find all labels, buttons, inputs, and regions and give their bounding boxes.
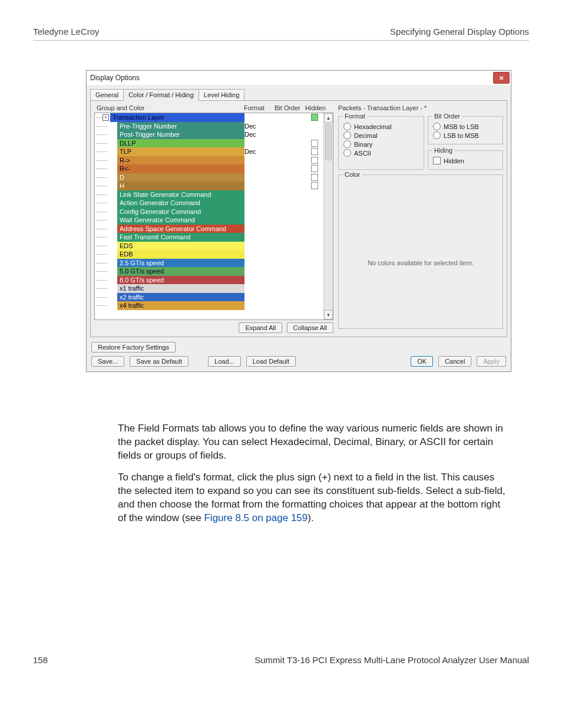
tree-row[interactable]: Post-Trigger NumberDec — [95, 130, 323, 139]
radio-hexadecimal[interactable]: Hexadecimal — [343, 123, 419, 130]
hiding-group-label: Hiding — [432, 147, 454, 154]
page-number: 158 — [33, 655, 48, 665]
collapse-all-button[interactable]: Collapse All — [287, 322, 333, 333]
color-group: Color No colors available for selected i… — [338, 174, 503, 329]
right-heading: Packets - Transaction Layer - * — [338, 104, 503, 111]
tree-row[interactable]: R-> — [95, 156, 323, 165]
row-hidden[interactable] — [306, 140, 323, 147]
row-label: x4 traffic — [117, 301, 244, 310]
dialog-title: Display Options — [90, 74, 140, 82]
tree-row[interactable]: Link State Generator Command — [95, 190, 323, 199]
row-label: Post-Trigger Number — [117, 130, 244, 139]
row-label: EDS — [117, 242, 244, 251]
tab-level-hiding[interactable]: Level Hiding — [199, 89, 245, 101]
color-group-label: Color — [343, 171, 362, 178]
row-label: Wait Generator Command — [117, 216, 244, 225]
apply-button[interactable]: Apply — [477, 356, 506, 367]
tree-row[interactable]: DLLP — [95, 139, 323, 148]
tree-row[interactable]: Pre-Trigger NumberDec — [95, 122, 323, 131]
figure-link[interactable]: Figure 8.5 on page 159 — [204, 512, 308, 523]
row-hidden[interactable] — [306, 157, 323, 164]
tree-row[interactable]: Action Generator Command — [95, 199, 323, 207]
row-label: Action Generator Command — [117, 199, 244, 207]
row-label: Config Generator Command — [117, 207, 244, 216]
column-group: Group and Color — [97, 104, 244, 111]
row-format: Dec — [244, 147, 275, 156]
scrollbar[interactable]: ▲ ▼ — [323, 113, 333, 319]
row-hidden[interactable] — [306, 148, 323, 155]
display-options-dialog: Display Options ✕ General Color / Format… — [86, 70, 511, 372]
row-label: Transaction Layer — [110, 113, 244, 122]
load-default-button[interactable]: Load Default — [246, 356, 296, 367]
tree-row[interactable]: x1 traffic — [95, 284, 323, 293]
column-format: Format — [244, 104, 275, 111]
ok-button[interactable]: OK — [411, 356, 433, 367]
header-right: Specifying General Display Options — [390, 27, 529, 37]
row-label: H — [117, 182, 244, 190]
scroll-down-icon[interactable]: ▼ — [324, 310, 333, 319]
tab-color-format-hiding[interactable]: Color / Format / Hiding — [123, 89, 199, 101]
save-button[interactable]: Save... — [91, 356, 124, 367]
row-format: Dec — [244, 130, 275, 139]
scroll-up-icon[interactable]: ▲ — [324, 113, 333, 123]
row-label: EDB — [117, 250, 244, 259]
cancel-button[interactable]: Cancel — [438, 356, 471, 367]
row-label: Address Space Generator Command — [117, 225, 244, 233]
column-hidden: Hidden — [305, 104, 331, 111]
bitorder-group-label: Bit Order — [432, 113, 462, 120]
load-button[interactable]: Load... — [208, 356, 241, 367]
body-paragraph-2: To change a field's format, click the pl… — [118, 471, 509, 525]
format-group-label: Format — [343, 113, 367, 120]
row-label: D — [117, 173, 244, 182]
tree-row[interactable]: Fast Transmit Command — [95, 233, 323, 242]
row-hidden[interactable] — [306, 174, 323, 181]
tree-row[interactable]: H — [95, 182, 323, 190]
radio-msb[interactable]: MSB to LSB — [433, 123, 498, 130]
tree-row[interactable]: Wait Generator Command — [95, 216, 323, 225]
row-label: x1 traffic — [117, 284, 244, 293]
tree-row[interactable]: 8.0 GT/s speed — [95, 276, 323, 285]
tab-general[interactable]: General — [90, 89, 124, 101]
footer-title: Summit T3-16 PCI Express Multi-Lane Prot… — [254, 655, 529, 665]
radio-lsb[interactable]: LSB to MSB — [433, 131, 498, 139]
tree-row[interactable]: Config Generator Command — [95, 207, 323, 216]
restore-factory-button[interactable]: Restore Factory Settings — [91, 342, 176, 353]
tree-row[interactable]: R<- — [95, 164, 323, 173]
scroll-thumb[interactable] — [325, 124, 332, 160]
row-label: TLP — [117, 147, 244, 156]
tree-row[interactable]: Address Space Generator Command — [95, 225, 323, 233]
row-label: 5.0 GT/s speed — [117, 267, 244, 276]
tree-row[interactable]: D — [95, 173, 323, 182]
row-label: 2.5 GT/s speed — [117, 259, 244, 268]
expand-all-button[interactable]: Expand All — [239, 322, 282, 333]
close-icon[interactable]: ✕ — [493, 72, 510, 84]
row-hidden[interactable] — [306, 114, 323, 121]
row-hidden[interactable] — [306, 165, 323, 172]
expand-icon[interactable]: + — [103, 114, 109, 121]
row-label: Pre-Trigger Number — [117, 122, 244, 131]
color-empty-message: No colors available for selected item. — [339, 259, 503, 266]
radio-binary[interactable]: Binary — [343, 140, 419, 148]
tree-row[interactable]: EDS — [95, 242, 323, 251]
tree-row[interactable]: +Transaction Layer — [95, 113, 323, 122]
header-left: Teledyne LeCroy — [33, 27, 100, 37]
column-bitorder: Bit Order — [275, 104, 305, 111]
row-label: DLLP — [117, 139, 244, 148]
tree-row[interactable]: 5.0 GT/s speed — [95, 267, 323, 276]
tree-row[interactable]: TLPDec — [95, 147, 323, 156]
row-hidden[interactable] — [306, 182, 323, 189]
tree-row[interactable]: 2.5 GT/s speed — [95, 259, 323, 268]
tree-row[interactable]: x4 traffic — [95, 301, 323, 310]
tree-row[interactable]: EDB — [95, 250, 323, 259]
row-label: Link State Generator Command — [117, 190, 244, 199]
row-label: Fast Transmit Command — [117, 233, 244, 242]
group-tree[interactable]: +Transaction LayerPre-Trigger NumberDecP… — [94, 113, 333, 320]
row-label: 8.0 GT/s speed — [117, 276, 244, 285]
radio-ascii[interactable]: ASCII — [343, 149, 419, 157]
body-paragraph-1: The Field Formats tab allows you to defi… — [118, 422, 509, 463]
row-label: x2 traffic — [117, 293, 244, 302]
save-default-button[interactable]: Save as Default — [130, 356, 189, 367]
tree-row[interactable]: x2 traffic — [95, 293, 323, 302]
hidden-checkbox[interactable]: Hidden — [433, 157, 498, 164]
radio-decimal[interactable]: Decimal — [343, 131, 419, 139]
